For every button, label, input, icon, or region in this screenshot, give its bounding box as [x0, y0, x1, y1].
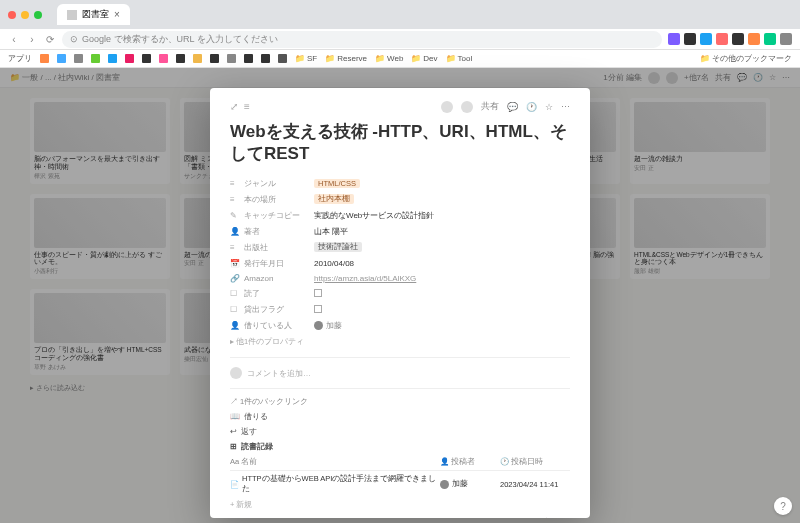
- tab-title: 図書室: [82, 8, 109, 21]
- backlinks[interactable]: ↗ 1件のバックリンク: [230, 395, 570, 409]
- avatar: [461, 101, 473, 113]
- bookmark-icon[interactable]: [176, 54, 185, 63]
- bookmark-icon[interactable]: [142, 54, 151, 63]
- more-properties[interactable]: ▸ 他1件のプロパティ: [230, 333, 570, 351]
- share-button[interactable]: 共有: [481, 100, 499, 113]
- reload-button[interactable]: ⟳: [44, 33, 56, 45]
- bookmark-folder[interactable]: 📁Dev: [411, 54, 437, 63]
- page-title[interactable]: Webを支える技術 -HTTP、URI、HTML、そしてREST: [230, 121, 570, 165]
- add-comment[interactable]: コメントを追加…: [230, 364, 570, 382]
- new-row-button[interactable]: + 新規: [230, 497, 570, 513]
- bookmark-icon[interactable]: [278, 54, 287, 63]
- forward-button[interactable]: ›: [26, 33, 38, 45]
- prop-finished[interactable]: ☐読了: [230, 285, 570, 301]
- bookmark-folder[interactable]: 📁SF: [295, 54, 317, 63]
- comment-icon[interactable]: 💬: [507, 102, 518, 112]
- table-header: Aa 名前 👤 投稿者 🕐 投稿日時: [230, 454, 570, 471]
- bookmark-folder[interactable]: 📁Reserve: [325, 54, 367, 63]
- extension-icon[interactable]: [764, 33, 776, 45]
- extension-icon[interactable]: [716, 33, 728, 45]
- prop-location[interactable]: ≡本の場所社内本棚: [230, 191, 570, 207]
- prop-amazon[interactable]: 🔗Amazonhttps://amzn.asia/d/5LAlKXG: [230, 271, 570, 285]
- prop-genre[interactable]: ≡ジャンルHTML/CSS: [230, 175, 570, 191]
- extension-icon[interactable]: [780, 33, 792, 45]
- browser-tab[interactable]: 図書室 ×: [57, 4, 130, 25]
- clock-icon[interactable]: 🕐: [526, 102, 537, 112]
- url-input[interactable]: ⊙ Google で検索するか、URL を入力してください: [62, 31, 662, 48]
- bookmark-icon[interactable]: [210, 54, 219, 63]
- more-icon[interactable]: ⋯: [561, 102, 570, 112]
- bookmark-icon[interactable]: [74, 54, 83, 63]
- prop-lending[interactable]: ☐貸出フラグ: [230, 301, 570, 317]
- browser-chrome: 図書室 ×: [0, 0, 800, 29]
- prop-author[interactable]: 👤著者山本 陽平: [230, 223, 570, 239]
- address-bar-row: ‹ › ⟳ ⊙ Google で検索するか、URL を入力してください: [0, 29, 800, 50]
- bookmark-icon[interactable]: [261, 54, 270, 63]
- maximize-window-button[interactable]: [34, 11, 42, 19]
- bookmark-icon[interactable]: [193, 54, 202, 63]
- table-row[interactable]: 📄HTTPの基礎からWEB APIの設計手法まで網羅できました 加藤 2023/…: [230, 471, 570, 497]
- extension-icon[interactable]: [732, 33, 744, 45]
- extension-icon[interactable]: [684, 33, 696, 45]
- bookmark-icon[interactable]: [91, 54, 100, 63]
- expand-icon[interactable]: ⤢: [230, 101, 238, 112]
- row-count: カウント 1: [230, 513, 570, 518]
- peek-icon[interactable]: ≡: [244, 101, 250, 112]
- bookmark-folder[interactable]: 📁Web: [375, 54, 403, 63]
- bookmark-icon[interactable]: [227, 54, 236, 63]
- minimize-window-button[interactable]: [21, 11, 29, 19]
- extension-icon[interactable]: [748, 33, 760, 45]
- bookmark-icon[interactable]: [57, 54, 66, 63]
- tab-favicon: [67, 10, 77, 20]
- back-button[interactable]: ‹: [8, 33, 20, 45]
- prop-borrower[interactable]: 👤借りている人加藤: [230, 317, 570, 333]
- page-icon: 📄: [230, 480, 239, 489]
- return-action[interactable]: ↩ 返す: [230, 424, 570, 439]
- apps-shortcut[interactable]: アプリ: [8, 53, 32, 64]
- tab-close-icon[interactable]: ×: [114, 9, 120, 20]
- prop-pubdate[interactable]: 📅発行年月日2010/04/08: [230, 255, 570, 271]
- star-icon[interactable]: ☆: [545, 102, 553, 112]
- bookmark-icon[interactable]: [108, 54, 117, 63]
- extension-icon[interactable]: [668, 33, 680, 45]
- reading-log-header[interactable]: ⊞ 読書記録: [230, 439, 570, 454]
- search-icon: ⊙: [70, 34, 78, 44]
- extensions: [668, 33, 792, 45]
- bookmark-icon[interactable]: [159, 54, 168, 63]
- page-modal: ⤢ ≡ 共有 💬 🕐 ☆ ⋯ Webを支える技術 -HTTP、URI、HTML、…: [210, 88, 590, 518]
- modal-overlay[interactable]: ⤢ ≡ 共有 💬 🕐 ☆ ⋯ Webを支える技術 -HTTP、URI、HTML、…: [0, 68, 800, 523]
- url-placeholder: Google で検索するか、URL を入力してください: [82, 33, 278, 46]
- bookmark-icon[interactable]: [125, 54, 134, 63]
- other-bookmarks[interactable]: 📁その他のブックマーク: [700, 53, 792, 64]
- borrow-action[interactable]: 📖 借りる: [230, 409, 570, 424]
- extension-icon[interactable]: [700, 33, 712, 45]
- help-button[interactable]: ?: [774, 497, 792, 515]
- prop-catch[interactable]: ✎キャッチコピー実践的なWebサービスの設計指針: [230, 207, 570, 223]
- close-window-button[interactable]: [8, 11, 16, 19]
- prop-publisher[interactable]: ≡出版社技術評論社: [230, 239, 570, 255]
- bookmarks-bar: アプリ 📁SF 📁Reserve 📁Web 📁Dev 📁Tool 📁その他のブッ…: [0, 50, 800, 68]
- bookmark-folder[interactable]: 📁Tool: [446, 54, 473, 63]
- bookmark-icon[interactable]: [40, 54, 49, 63]
- avatar: [441, 101, 453, 113]
- bookmark-icon[interactable]: [244, 54, 253, 63]
